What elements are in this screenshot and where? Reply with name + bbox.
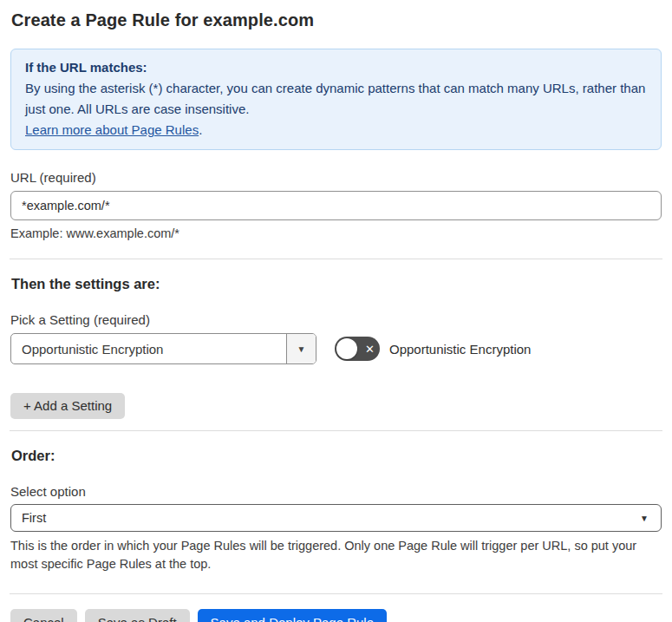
order-select-value: First — [22, 511, 46, 525]
section-divider — [10, 430, 662, 431]
url-example-helper: Example: www.example.com/* — [10, 225, 662, 243]
chevron-down-icon[interactable]: ▼ — [286, 334, 316, 363]
add-setting-button[interactable]: + Add a Setting — [10, 393, 125, 419]
info-box-heading: If the URL matches: — [25, 57, 647, 78]
setting-row: Opportunistic Encryption ▼ ✕ Opportunist… — [10, 333, 662, 364]
pick-setting-label: Pick a Setting (required) — [10, 312, 662, 327]
page-title: Create a Page Rule for example.com — [11, 10, 662, 30]
learn-more-link[interactable]: Learn more about Page Rules — [25, 122, 199, 137]
url-input[interactable] — [10, 191, 662, 220]
footer-divider — [10, 593, 662, 594]
toggle-off-x-icon: ✕ — [365, 337, 375, 361]
form-actions: Cancel Save as Draft Save and Deploy Pag… — [10, 609, 662, 622]
order-select[interactable]: First ▼ — [10, 504, 662, 532]
order-select-label: Select option — [10, 484, 662, 499]
toggle-label: Opportunistic Encryption — [389, 342, 531, 357]
info-box-body: By using the asterisk (*) character, you… — [25, 78, 647, 120]
save-draft-button[interactable]: Save as Draft — [85, 609, 190, 622]
order-helper-text: This is the order in which your Page Rul… — [10, 537, 652, 573]
link-suffix: . — [199, 122, 202, 137]
order-section-heading: Order: — [11, 448, 662, 464]
opportunistic-encryption-toggle[interactable]: ✕ — [335, 337, 380, 361]
chevron-down-icon: ▼ — [640, 514, 649, 523]
section-divider — [10, 259, 662, 259]
setting-dropdown[interactable]: Opportunistic Encryption ▼ — [10, 333, 316, 364]
save-deploy-button[interactable]: Save and Deploy Page Rule — [198, 609, 387, 622]
toggle-knob — [336, 338, 357, 359]
info-box-link-line: Learn more about Page Rules. — [25, 120, 647, 141]
setting-dropdown-value: Opportunistic Encryption — [11, 334, 286, 363]
url-matches-info-box: If the URL matches: By using the asteris… — [10, 49, 662, 150]
settings-section-heading: Then the settings are: — [11, 276, 662, 292]
url-field-label: URL (required) — [10, 170, 662, 185]
cancel-button[interactable]: Cancel — [10, 609, 77, 622]
